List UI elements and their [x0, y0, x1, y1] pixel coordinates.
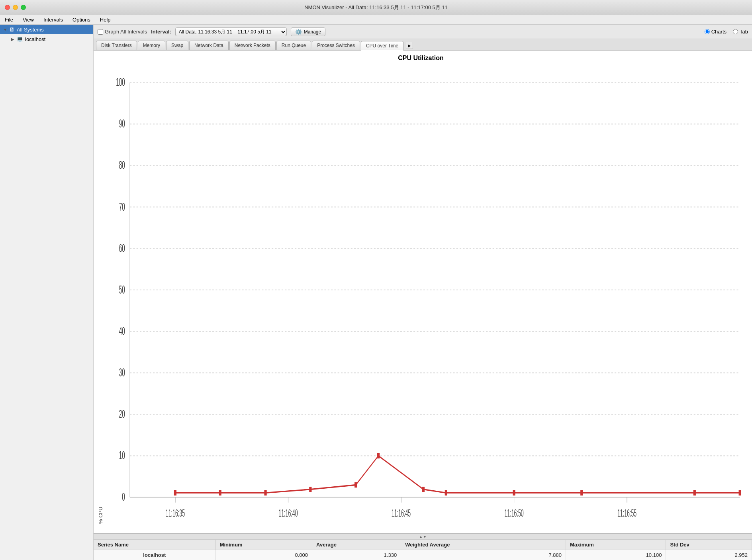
menu-options[interactable]: Options: [71, 16, 92, 23]
svg-text:11:16:50: 11:16:50: [504, 507, 523, 519]
minimize-button[interactable]: [13, 5, 18, 10]
svg-rect-34: [219, 490, 221, 495]
chart-title: CPU Utilization: [98, 55, 744, 62]
interval-select[interactable]: All Data: 11:16:33 5月 11 – 11:17:00 5月 1…: [175, 27, 287, 36]
tab-network-data[interactable]: Network Data: [189, 41, 229, 50]
tab-disk-transfers[interactable]: Disk Transfers: [96, 41, 137, 50]
col-maximum: Maximum: [566, 540, 666, 550]
tab-network-packets[interactable]: Network Packets: [229, 41, 276, 50]
menu-intervals[interactable]: Intervals: [42, 16, 65, 23]
title-bar: NMON Visualizer - All Data: 11:16:33 5月 …: [0, 0, 752, 15]
interval-label: Interval:: [151, 29, 171, 35]
sidebar-item-localhost[interactable]: ▶ 💻 localhost: [0, 34, 93, 44]
tab-memory[interactable]: Memory: [138, 41, 165, 50]
sidebar-item-all-systems[interactable]: ▼ 🖥 All Systems: [0, 25, 93, 34]
radio-table-input[interactable]: [733, 29, 738, 34]
cell-average: 1.330: [312, 550, 401, 560]
svg-rect-36: [309, 487, 311, 492]
menu-file[interactable]: File: [3, 16, 15, 23]
svg-text:11:16:35: 11:16:35: [166, 507, 185, 519]
svg-rect-37: [354, 482, 357, 488]
manage-icon: ⚙️: [295, 29, 302, 35]
svg-text:0: 0: [122, 491, 125, 503]
svg-text:100: 100: [116, 76, 125, 89]
cell-minimum: 0.000: [215, 550, 312, 560]
stats-panel: ▲▼ Series Name Minimum Average Weighted …: [94, 533, 752, 560]
cell-name: localhost: [94, 550, 215, 560]
svg-rect-41: [513, 490, 515, 495]
col-average: Average: [312, 540, 401, 550]
radio-table[interactable]: Tab: [733, 29, 748, 35]
cell-weighted-average: 7.880: [401, 550, 566, 560]
chart-svg: 100 90 80 70 60 50 40 30 20 10 0: [105, 65, 744, 524]
radio-table-label: Tab: [740, 29, 748, 35]
menu-view[interactable]: View: [21, 16, 35, 23]
svg-text:70: 70: [119, 200, 125, 213]
svg-text:20: 20: [119, 408, 125, 421]
svg-text:10: 10: [119, 449, 125, 462]
stats-resize-bar[interactable]: ▲▼: [94, 534, 752, 540]
radio-charts-input[interactable]: [705, 29, 710, 34]
cell-maximum: 10.100: [566, 550, 666, 560]
radio-charts-label: Charts: [711, 29, 727, 35]
tab-cpu-over-time[interactable]: CPU over Time: [361, 41, 403, 51]
window-title: NMON Visualizer - All Data: 11:16:33 5月 …: [304, 4, 448, 11]
tabs-scroll-right[interactable]: ▶: [406, 42, 413, 49]
y-axis-label: % CPU: [98, 65, 104, 524]
svg-text:30: 30: [119, 366, 125, 379]
arrow-all-systems: ▼: [3, 27, 7, 32]
label-localhost: localhost: [25, 36, 45, 42]
menu-help[interactable]: Help: [98, 16, 112, 23]
graph-all-intervals-label: Graph All Intervals: [105, 29, 147, 35]
col-series-name: Series Name: [94, 540, 215, 550]
chart-graph: 100 90 80 70 60 50 40 30 20 10 0: [105, 65, 744, 524]
maximize-button[interactable]: [21, 5, 26, 10]
cell-std-dev: 2.952: [666, 550, 752, 560]
graph-all-intervals-wrap: Graph All Intervals: [98, 29, 147, 35]
tabs-bar: Disk Transfers Memory Swap Network Data …: [94, 39, 752, 51]
svg-text:11:16:55: 11:16:55: [617, 507, 636, 519]
svg-rect-40: [445, 490, 447, 495]
tab-process-switches[interactable]: Process Switches: [312, 41, 360, 50]
content-area: Graph All Intervals Interval: All Data: …: [94, 25, 752, 560]
resize-arrows-icon: ▲▼: [419, 535, 427, 539]
manage-button[interactable]: ⚙️ Manage: [291, 27, 325, 36]
menu-bar: File View Intervals Options Help: [0, 15, 752, 25]
svg-rect-43: [693, 490, 696, 495]
svg-rect-42: [580, 490, 583, 495]
manage-label: Manage: [304, 29, 321, 35]
chart-area: CPU Utilization % CPU: [94, 51, 752, 560]
radio-charts[interactable]: Charts: [705, 29, 727, 35]
svg-rect-39: [422, 487, 425, 492]
svg-text:60: 60: [119, 242, 125, 255]
stats-table: Series Name Minimum Average Weighted Ave…: [94, 540, 752, 560]
col-minimum: Minimum: [215, 540, 312, 550]
close-button[interactable]: [5, 5, 10, 10]
svg-text:40: 40: [119, 325, 125, 337]
svg-text:50: 50: [119, 283, 125, 296]
svg-text:80: 80: [119, 159, 125, 172]
col-std-dev: Std Dev: [666, 540, 752, 550]
graph-all-intervals-checkbox[interactable]: [98, 29, 103, 35]
sidebar: ▼ 🖥 All Systems ▶ 💻 localhost: [0, 25, 94, 560]
label-all-systems: All Systems: [17, 27, 44, 33]
svg-text:11:16:40: 11:16:40: [278, 507, 298, 519]
toolbar: Graph All Intervals Interval: All Data: …: [94, 25, 752, 39]
table-row: localhost 0.000 1.330 7.880 10.100 2.952: [94, 550, 752, 560]
svg-text:90: 90: [119, 117, 125, 130]
svg-rect-38: [377, 453, 380, 458]
main-layout: ▼ 🖥 All Systems ▶ 💻 localhost Graph All …: [0, 25, 752, 560]
svg-text:11:16:45: 11:16:45: [392, 507, 411, 519]
col-weighted-average: Weighted Average: [401, 540, 566, 550]
chart-container: CPU Utilization % CPU: [94, 51, 752, 533]
svg-rect-35: [264, 490, 266, 495]
icon-all-systems: 🖥: [9, 26, 15, 33]
svg-rect-44: [739, 490, 741, 495]
traffic-lights: [5, 5, 26, 10]
arrow-localhost: ▶: [11, 37, 14, 41]
view-radio-group: Charts Tab: [705, 29, 748, 35]
tab-run-queue[interactable]: Run Queue: [276, 41, 311, 50]
svg-rect-33: [174, 490, 176, 495]
icon-localhost: 💻: [16, 36, 23, 42]
tab-swap[interactable]: Swap: [166, 41, 188, 50]
